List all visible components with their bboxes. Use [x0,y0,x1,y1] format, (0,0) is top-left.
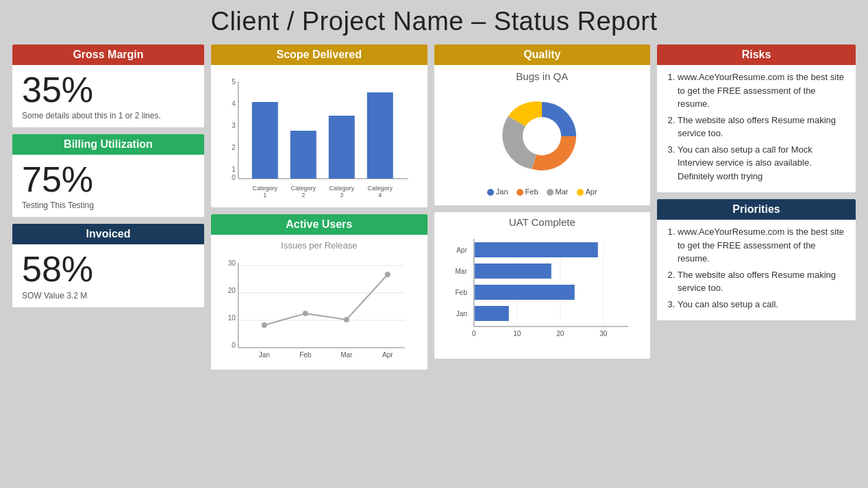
svg-text:Jan: Jan [456,310,467,318]
svg-text:Apr: Apr [382,351,393,359]
risks-body: www.AceYourResume.com is the best site t… [657,65,856,192]
svg-text:2: 2 [232,144,236,151]
svg-text:3: 3 [340,192,343,198]
invoiced-card: Invoiced 58% SOW Value 3.2 M [12,224,204,307]
svg-text:Jan: Jan [259,351,270,359]
uat-chart: UAT Complete 0 10 20 30 [434,212,651,359]
svg-text:10: 10 [513,330,521,337]
page-title: Client / Project Name – Status Report [12,7,856,36]
legend-jan: Jan [487,188,508,196]
billing-utilization-value: 75% [22,160,195,199]
active-users-chart-title: Issues per Release [218,240,421,251]
legend-dot-feb [517,189,523,196]
invoiced-detail: SOW Value 3.2 M [22,291,195,300]
priority-item-2: The website also offers Resume making se… [678,268,847,295]
svg-text:4: 4 [232,100,236,107]
svg-text:20: 20 [556,330,565,337]
priorities-card: Priorities www.AceYourResume.com is the … [657,199,856,320]
risks-header: Risks [657,44,856,65]
bar-cat3 [329,116,355,179]
svg-text:1: 1 [232,166,236,173]
page: Client / Project Name – Status Report Gr… [0,0,868,488]
gross-margin-header: Gross Margin [12,44,204,65]
scope-delivered-card: Scope Delivered 5 4 3 2 1 0 [211,44,427,207]
priorities-header: Priorities [657,199,856,220]
svg-text:0: 0 [232,342,236,349]
data-point-apr [385,272,390,277]
legend-apr: Apr [577,188,597,196]
data-point-mar [344,317,349,322]
svg-text:Category: Category [290,185,316,192]
quality-donut-chart [487,92,597,181]
uat-title: UAT Complete [441,216,644,228]
billing-utilization-body: 75% Testing This Testing [12,155,204,217]
risks-card: Risks www.AceYourResume.com is the best … [657,44,856,192]
quality-chart-title: Bugs in QA [441,70,644,82]
svg-text:4: 4 [378,192,382,198]
gross-margin-value: 35% [22,70,195,110]
svg-text:Mar: Mar [340,351,353,359]
donut-wrap [441,85,644,188]
right-column: Risks www.AceYourResume.com is the best … [657,44,856,370]
uat-chart-svg: 0 10 20 30 Apr Mar [441,232,644,352]
active-users-card: Active Users Issues per Release 30 20 10… [211,214,427,370]
legend-dot-mar [547,189,554,196]
legend-dot-jan [487,189,494,196]
quality-header: Quality [434,44,651,65]
data-point-jan [262,322,267,328]
billing-utilization-header: Billing Utilization [12,134,204,155]
svg-text:Apr: Apr [456,246,467,254]
uat-bar-mar [474,264,551,279]
priority-item-1: www.AceYourResume.com is the best site t… [678,225,847,266]
quality-card: Quality Bugs in QA [434,44,651,205]
svg-text:Feb: Feb [455,289,467,296]
bar-cat1 [252,102,278,179]
active-users-chart: 30 20 10 0 [218,253,421,363]
svg-text:Category: Category [329,185,354,192]
active-users-body: Issues per Release 30 20 10 0 [211,235,427,370]
svg-text:10: 10 [228,314,236,322]
gross-margin-card: Gross Margin 35% Some details about this… [12,44,204,127]
invoiced-body: 58% SOW Value 3.2 M [12,244,204,307]
scope-delivered-chart: 5 4 3 2 1 0 Category 1 [218,70,421,201]
svg-text:1: 1 [263,192,266,198]
middle-right-column: Quality Bugs in QA [434,44,651,370]
risk-item-3: You can also setup a call for Mock Inter… [678,143,847,183]
svg-text:30: 30 [228,259,236,267]
uat-bar-jan [474,306,508,321]
priority-item-3: You can also setup a call. [678,298,847,311]
svg-text:2: 2 [301,192,305,198]
svg-text:0: 0 [232,174,236,181]
priorities-list: www.AceYourResume.com is the best site t… [665,225,847,311]
svg-text:Category: Category [367,185,393,192]
bar-cat4 [367,92,393,179]
active-users-header: Active Users [211,214,427,235]
donut-center [523,117,561,155]
gross-margin-body: 35% Some details about this in 1 or 2 li… [12,65,204,127]
svg-text:5: 5 [232,78,236,86]
invoiced-header: Invoiced [12,224,204,244]
uat-card: UAT Complete 0 10 20 30 [434,212,651,359]
svg-text:30: 30 [599,330,608,337]
svg-text:0: 0 [471,330,475,337]
billing-utilization-detail: Testing This Testing [22,201,195,210]
risks-list: www.AceYourResume.com is the best site t… [665,70,847,183]
svg-text:Mar: Mar [455,268,467,275]
dashboard-grid: Gross Margin 35% Some details about this… [12,44,856,370]
risk-item-1: www.AceYourResume.com is the best site t… [678,70,847,111]
data-point-feb [303,311,308,316]
svg-text:Category: Category [252,185,277,192]
priorities-body: www.AceYourResume.com is the best site t… [657,220,856,320]
invoiced-value: 58% [22,250,195,289]
bar-cat2 [290,131,317,179]
svg-text:20: 20 [228,287,236,294]
line-chart-line [264,274,388,325]
scope-delivered-header: Scope Delivered [211,44,427,65]
middle-left-column: Scope Delivered 5 4 3 2 1 0 [211,44,427,370]
legend-feb: Feb [517,188,538,196]
risk-item-2: The website also offers Resume making se… [678,114,847,140]
svg-text:3: 3 [232,122,236,129]
legend-mar: Mar [547,188,569,196]
uat-bar-feb [474,285,574,300]
billing-utilization-card: Billing Utilization 75% Testing This Tes… [12,134,204,217]
